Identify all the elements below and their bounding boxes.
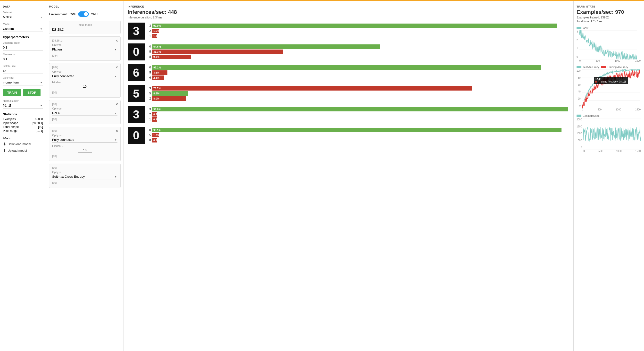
norm-select[interactable]: [-1, 1] bbox=[3, 103, 43, 108]
op-type-select-wrapper-0[interactable]: Flatten bbox=[52, 47, 118, 52]
optimizer-select[interactable]: momentum bbox=[3, 80, 43, 86]
output-shape-0: [784] bbox=[52, 54, 118, 57]
input-shape-value: [28,28,1] bbox=[32, 121, 43, 125]
bar-fill-5-1: 1.6% bbox=[152, 133, 159, 138]
op-type-select-2[interactable]: ReLU bbox=[52, 110, 118, 116]
op-label-2: Op type bbox=[52, 107, 118, 110]
dataset-label: Dataset bbox=[3, 11, 43, 14]
bar-row-4-0: 3 99.6% bbox=[148, 107, 570, 112]
op-type-select-wrapper-1[interactable]: Fully connected bbox=[52, 74, 118, 79]
model-select[interactable]: Custom bbox=[3, 26, 43, 32]
momentum-input[interactable]: 0.1 bbox=[3, 56, 43, 62]
bar-label-1-1: 5 bbox=[148, 50, 151, 54]
exsec-chart-canvas bbox=[583, 118, 641, 150]
model-select-wrapper[interactable]: Custom bbox=[3, 26, 43, 32]
train-rate-value: 970 bbox=[615, 9, 624, 15]
bar-row-5-2: 8 0.2% bbox=[148, 138, 570, 142]
model-label: Model bbox=[3, 22, 43, 26]
cpu-gpu-toggle[interactable] bbox=[78, 12, 89, 17]
upload-model-link[interactable]: ⬆ Upload model bbox=[3, 148, 43, 153]
optimizer-select-wrapper[interactable]: momentum bbox=[3, 80, 43, 86]
upload-icon: ⬆ bbox=[3, 148, 6, 153]
bar-container-1-1: 31.3% bbox=[152, 50, 570, 54]
bar-label-2-0: 0 bbox=[148, 66, 151, 69]
close-btn-3[interactable]: × bbox=[116, 129, 118, 133]
close-btn-1[interactable]: × bbox=[116, 65, 118, 70]
train-button[interactable]: TRAIN bbox=[3, 89, 21, 96]
examples-trained-value: 93952 bbox=[600, 16, 608, 19]
bar-row-2-1: 5 3.6% bbox=[148, 70, 570, 75]
op-type-select-4[interactable]: Softmax Cross-Entropy bbox=[52, 174, 118, 180]
op-type-select-wrapper-2[interactable]: ReLU bbox=[52, 110, 118, 116]
download-model-link[interactable]: ⬇ Download model bbox=[3, 142, 43, 146]
bar-container-5-2: 0.2% bbox=[152, 138, 570, 142]
hidden-input-3[interactable] bbox=[78, 148, 92, 153]
layer-card-0: × [28,28,1] Op type Flatten [784] bbox=[49, 36, 120, 61]
bar-label-1-0: 0 bbox=[148, 45, 151, 48]
optimizer-label: Optimizer bbox=[3, 76, 43, 79]
bar-fill-2-1: 3.6% bbox=[152, 70, 168, 75]
infer-bars-1: 0 54.6% 5 31.3% 8 9.3% bbox=[144, 44, 570, 60]
cost-legend-label: Cost bbox=[583, 26, 588, 29]
op-type-select-0[interactable]: Flatten bbox=[52, 47, 118, 52]
bar-row-2-0: 0 93.1% bbox=[148, 65, 570, 70]
bar-row-1-0: 0 54.6% bbox=[148, 44, 570, 49]
batch-input[interactable]: 64 bbox=[3, 68, 43, 74]
stop-button[interactable]: STOP bbox=[23, 89, 40, 96]
bar-label-3-0: 3 bbox=[148, 87, 151, 90]
norm-select-wrapper[interactable]: [-1, 1] bbox=[3, 103, 43, 108]
environment-row: Environment: CPU GPU bbox=[49, 12, 120, 17]
accuracy-x-labels: 050010001500 bbox=[582, 108, 641, 111]
cost-legend: Cost bbox=[576, 26, 641, 29]
examples-trained-label: Examples trained: bbox=[576, 16, 600, 19]
train-acc-legend-color bbox=[601, 66, 606, 68]
pixel-range-label: Pixel range bbox=[3, 129, 18, 132]
output-shape-2: [10] bbox=[52, 118, 118, 121]
train-section-title: TRAIN STATS bbox=[576, 5, 641, 8]
gpu-label: GPU bbox=[91, 12, 98, 16]
hidden-input-1[interactable] bbox=[78, 84, 92, 89]
bar-label-4-0: 3 bbox=[148, 108, 151, 111]
bar-fill-0-0: 97.0% bbox=[152, 24, 557, 28]
op-type-select-1[interactable]: Fully connected bbox=[52, 74, 118, 79]
train-rate-label: Examples/sec: bbox=[576, 9, 614, 15]
test-acc-legend-color bbox=[576, 66, 582, 68]
dataset-select-wrapper[interactable]: MNIST bbox=[3, 14, 43, 20]
close-btn-2[interactable]: × bbox=[116, 102, 118, 106]
op-type-select-wrapper-3[interactable]: Fully connected bbox=[52, 137, 118, 142]
exsec-x-labels: 050010001500 bbox=[583, 150, 641, 152]
bar-container-1-0: 54.6% bbox=[152, 44, 570, 49]
momentum-label: Momentum bbox=[3, 53, 43, 56]
bar-label-2-1: 5 bbox=[148, 71, 151, 74]
dataset-select[interactable]: MNIST bbox=[3, 14, 43, 20]
close-btn-0[interactable]: × bbox=[116, 38, 118, 43]
bar-container-2-1: 3.6% bbox=[152, 70, 570, 75]
digit-canvas-4 bbox=[128, 106, 144, 123]
cost-chart-canvas bbox=[579, 30, 637, 60]
infer-item-3: 3 76.7% 5 8.5% 2 8.0% bbox=[128, 85, 570, 102]
bar-fill-4-1: 0.2% bbox=[152, 112, 157, 116]
output-shape-4: [10] bbox=[52, 181, 118, 184]
op-type-select-3[interactable]: Fully connected bbox=[52, 137, 118, 142]
lr-label: Learning Rate bbox=[3, 41, 43, 44]
infer-item-2: 0 93.1% 5 3.6% 6 2.8% bbox=[128, 64, 570, 81]
bar-label-0-2: 1 bbox=[148, 34, 151, 38]
pixel-range-row: Pixel range [-1, 1] bbox=[3, 129, 43, 132]
train-stats-panel: TRAIN STATS Examples/sec: 970 Examples t… bbox=[574, 1, 644, 351]
infer-bars-3: 3 76.7% 5 8.5% 2 8.0% bbox=[144, 86, 570, 102]
op-type-select-wrapper-4[interactable]: Softmax Cross-Entropy bbox=[52, 174, 118, 180]
op-label-3: Op type bbox=[52, 134, 118, 137]
op-label-4: Op type bbox=[52, 171, 118, 174]
input-shape-row: Input shape [28,28,1] bbox=[3, 121, 43, 125]
layer-card-3: × [10] Op type Fully connected Hidden ..… bbox=[49, 127, 120, 161]
accuracy-y-axis: 100 80 60 40 20 0 bbox=[576, 70, 582, 111]
total-time-value: 175.7 sec. bbox=[590, 20, 604, 23]
pixel-range-value: [-1, 1] bbox=[36, 129, 43, 132]
bar-fill-1-1: 31.3% bbox=[152, 50, 283, 54]
infer-bars-2: 0 93.1% 5 3.6% 6 2.8% bbox=[144, 65, 570, 80]
exsec-legend-label: Examples/sec bbox=[583, 114, 599, 117]
bar-fill-4-0: 99.6% bbox=[152, 107, 568, 112]
bar-label-5-1: 5 bbox=[148, 134, 151, 137]
lr-input[interactable]: 0.1 bbox=[3, 45, 43, 50]
inference-section-title: INFERENCE bbox=[128, 5, 570, 8]
